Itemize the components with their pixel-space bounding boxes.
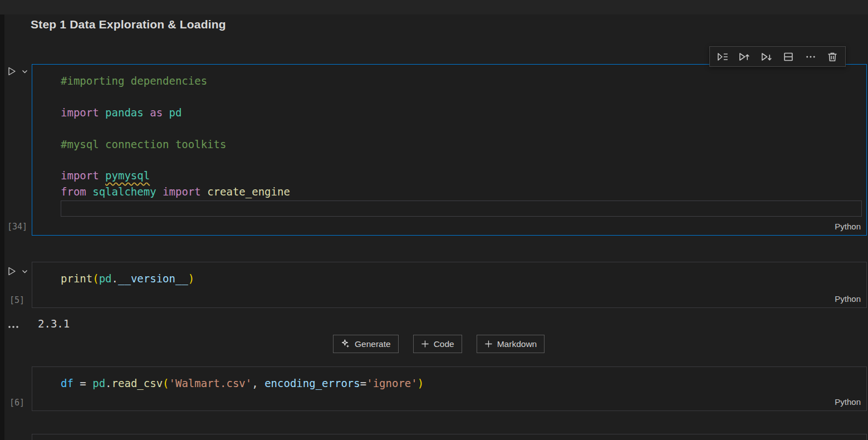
code-line: df = pd.read_csv('Walmart.csv', encoding… <box>61 375 866 391</box>
generate-button-label: Generate <box>355 339 391 349</box>
markdown-heading: Step 1 Data Exploration & Loading <box>31 18 226 31</box>
code-line <box>61 89 866 104</box>
chevron-down-icon <box>22 70 28 74</box>
execute-cell-and-below-icon[interactable] <box>759 50 774 64</box>
code-line <box>61 152 866 168</box>
more-actions-icon[interactable] <box>803 50 818 64</box>
add-markdown-label: Markdown <box>497 339 537 349</box>
output-options-ellipsis-icon[interactable] <box>7 321 21 331</box>
add-code-cell-button[interactable]: Code <box>413 335 462 353</box>
run-cell-button[interactable] <box>6 65 28 77</box>
play-icon <box>6 65 18 77</box>
run-cell-button[interactable] <box>6 265 28 277</box>
execution-count: [34] <box>7 222 27 232</box>
code-cell-4-partial[interactable] <box>32 434 867 440</box>
split-cell-icon[interactable] <box>781 50 796 64</box>
code-cell-3: df = pd.read_csv('Walmart.csv', encoding… <box>32 366 867 411</box>
execute-above-cells-icon[interactable] <box>737 50 752 64</box>
execute-cells-icon[interactable] <box>715 50 730 64</box>
cell-output-text: 2.3.1 <box>38 317 70 330</box>
delete-cell-icon[interactable] <box>825 50 840 64</box>
kernel-language-label[interactable]: Python <box>835 397 861 407</box>
generate-button[interactable]: Generate <box>333 335 399 353</box>
execution-count: [5] <box>9 295 24 305</box>
play-icon <box>6 265 18 277</box>
cell-action-toolbar <box>709 46 846 67</box>
code-line: import pandas as pd <box>61 105 866 120</box>
code-line <box>61 201 862 216</box>
add-code-label: Code <box>434 339 454 349</box>
chevron-down-icon <box>22 270 28 273</box>
top-band <box>0 0 868 14</box>
code-line: print(pd.__version__) <box>61 271 866 286</box>
code-cell-1: #importing dependenciesimport pandas as … <box>32 64 867 236</box>
code-cell-2: print(pd.__version__) Python <box>32 262 867 308</box>
insert-cell-toolbar: Generate Code Markdown <box>333 335 545 353</box>
kernel-language-label[interactable]: Python <box>835 294 861 304</box>
plus-icon <box>421 340 429 348</box>
code-editor[interactable]: df = pd.read_csv('Walmart.csv', encoding… <box>32 367 866 391</box>
sparkle-icon <box>341 339 350 349</box>
execution-count: [6] <box>9 398 24 408</box>
plus-icon <box>484 340 493 348</box>
code-editor[interactable]: #importing dependenciesimport pandas as … <box>32 65 866 217</box>
kernel-language-label[interactable]: Python <box>835 222 861 231</box>
code-line <box>61 120 866 136</box>
code-editor[interactable]: print(pd.__version__) <box>32 262 866 286</box>
notebook-editor: Step 1 Data Exploration & Loading <box>0 0 868 440</box>
code-line: #importing dependencies <box>61 73 866 89</box>
code-line: #mysql connection toolkits <box>61 136 866 152</box>
add-markdown-cell-button[interactable]: Markdown <box>477 335 545 353</box>
code-line: import pymysql <box>61 168 866 183</box>
code-line: from sqlalchemy import create_engine <box>61 184 866 199</box>
left-edge-strip <box>0 14 4 440</box>
